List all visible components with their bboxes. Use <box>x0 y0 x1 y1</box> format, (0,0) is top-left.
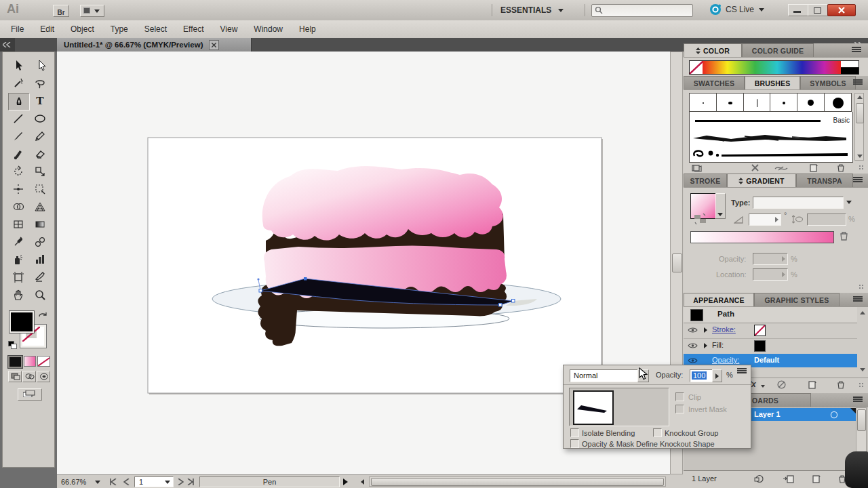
stroke-expand-arrow[interactable] <box>704 327 707 333</box>
menu-help[interactable]: Help <box>291 24 324 34</box>
page-number-box[interactable]: 1 <box>134 476 174 487</box>
none-mode-button[interactable] <box>37 356 50 367</box>
zoom-tool[interactable] <box>30 287 50 303</box>
bridge-button[interactable]: Br <box>53 5 69 17</box>
appearance-panel-menu-icon[interactable] <box>853 296 865 303</box>
anchor-point-left[interactable] <box>259 289 262 293</box>
popup-panel-menu-icon[interactable] <box>737 368 749 375</box>
line-segment-tool[interactable] <box>8 110 28 127</box>
arrange-documents-button[interactable] <box>80 5 104 17</box>
clear-appearance-icon[interactable] <box>777 380 786 389</box>
popup-opacity-spinner[interactable] <box>712 369 722 382</box>
tab-stroke[interactable]: STROKE <box>684 174 727 187</box>
menu-file[interactable]: File <box>3 24 32 34</box>
restore-button[interactable] <box>808 4 828 16</box>
perspective-grid-tool[interactable] <box>30 199 50 215</box>
tab-color[interactable]: COLOR <box>684 43 742 57</box>
duplicate-item-icon[interactable] <box>808 380 817 389</box>
prev-page-button[interactable] <box>123 479 130 485</box>
opacity-row-label[interactable]: Opacity: <box>712 356 739 364</box>
anchor-point-right[interactable] <box>512 300 515 303</box>
anchor-point-selected[interactable] <box>304 277 307 281</box>
artboard-tool[interactable] <box>8 269 28 285</box>
magic-wand-tool[interactable] <box>8 75 28 92</box>
fill-expand-arrow[interactable] <box>704 343 707 348</box>
gradient-panel-menu-icon[interactable] <box>853 177 865 184</box>
vscroll-thumb[interactable] <box>672 253 682 272</box>
stroke-none-swatch[interactable] <box>754 325 766 336</box>
make-clipping-mask-icon[interactable] <box>754 474 765 483</box>
next-page-button[interactable] <box>178 479 184 485</box>
tab-swatches[interactable]: SWATCHES <box>684 76 745 89</box>
new-sublayer-icon[interactable] <box>783 474 794 483</box>
document-tab[interactable]: Untitled-1* @ 66.67% (CMYK/Preview) <box>57 38 252 52</box>
zoom-level[interactable]: 66.67% <box>61 478 86 486</box>
fill-black-swatch[interactable] <box>754 340 766 352</box>
swap-fill-stroke-icon[interactable] <box>38 311 47 319</box>
brushes-scroll-thumb[interactable] <box>856 103 864 123</box>
appearance-row-stroke[interactable]: Stroke: <box>684 323 857 339</box>
new-layer-icon[interactable] <box>812 474 821 483</box>
brushes-scrollbar[interactable] <box>854 93 864 161</box>
pencil-tool[interactable] <box>30 128 50 144</box>
blob-brush-tool[interactable] <box>8 146 28 162</box>
brush-calligraphic-4[interactable] <box>770 93 797 112</box>
status-menu-arrow[interactable] <box>343 479 348 485</box>
define-knockout-checkbox[interactable] <box>570 439 579 448</box>
shape-builder-tool[interactable] <box>8 199 28 215</box>
page-dropdown-arrow[interactable] <box>165 481 170 484</box>
menu-select[interactable]: Select <box>136 24 175 34</box>
mesh-tool[interactable] <box>8 216 28 232</box>
fill-label[interactable]: Fill: <box>712 341 724 349</box>
pen-tool[interactable] <box>8 93 30 110</box>
brushes-panel-menu-icon[interactable] <box>853 79 865 86</box>
gradient-angle-input[interactable] <box>749 214 781 226</box>
gradient-mode-button[interactable] <box>24 356 37 367</box>
draw-behind-mode-button[interactable] <box>22 371 36 382</box>
visibility-eye-icon[interactable] <box>688 357 698 364</box>
gradient-aspect-input[interactable] <box>807 214 846 226</box>
last-page-button[interactable] <box>187 479 195 485</box>
layers-panel-menu-icon[interactable] <box>853 396 865 403</box>
stroke-label[interactable]: Stroke: <box>712 325 736 333</box>
type-tool[interactable]: T <box>30 93 50 109</box>
appearance-scroll-down[interactable] <box>860 368 865 371</box>
scale-tool[interactable] <box>30 163 50 180</box>
panel-resize-grip[interactable] <box>859 382 864 388</box>
color-none-swatch[interactable] <box>689 60 704 75</box>
draw-inside-mode-button[interactable] <box>37 371 50 382</box>
slice-tool[interactable] <box>30 269 50 285</box>
color-panel-menu-icon[interactable] <box>852 47 864 54</box>
menu-effect[interactable]: Effect <box>175 24 212 34</box>
remove-brush-stroke-icon[interactable] <box>751 164 759 171</box>
brush-charcoal[interactable] <box>689 129 853 148</box>
symbol-sprayer-tool[interactable] <box>8 251 28 268</box>
appearance-row-fill[interactable]: Fill: <box>684 338 857 354</box>
layer-target-icon[interactable] <box>830 411 838 419</box>
color-mode-button[interactable] <box>8 356 22 368</box>
brush-decorative[interactable] <box>689 147 853 163</box>
tab-brushes[interactable]: BRUSHES <box>745 76 800 89</box>
canvas-hscrollbar[interactable] <box>369 476 666 487</box>
popup-opacity-input[interactable]: 100 <box>690 369 713 382</box>
free-transform-tool[interactable] <box>30 181 50 197</box>
first-page-button[interactable] <box>108 479 117 485</box>
gradient-type-select[interactable] <box>753 197 844 209</box>
cs-live-menu[interactable]: CS Live <box>726 3 764 16</box>
visibility-eye-icon[interactable] <box>688 342 698 349</box>
blend-tool[interactable] <box>30 234 50 250</box>
eyedropper-tool[interactable] <box>8 234 28 250</box>
anchor-point-bottom[interactable] <box>499 304 502 307</box>
column-graph-tool[interactable] <box>30 251 50 268</box>
minimize-button[interactable] <box>788 4 808 16</box>
gradient-slider[interactable] <box>690 231 834 243</box>
draw-normal-mode-button[interactable] <box>8 371 22 382</box>
paintbrush-tool[interactable] <box>8 128 28 144</box>
width-tool[interactable] <box>8 181 28 197</box>
fill-swatch[interactable] <box>9 311 34 333</box>
hscroll-left-arrow[interactable] <box>361 479 364 485</box>
brush-calligraphic-2[interactable] <box>717 93 744 112</box>
brush-calligraphic-3[interactable] <box>744 93 771 112</box>
menu-object[interactable]: Object <box>62 24 102 34</box>
brush-basic[interactable]: Basic <box>689 112 853 130</box>
